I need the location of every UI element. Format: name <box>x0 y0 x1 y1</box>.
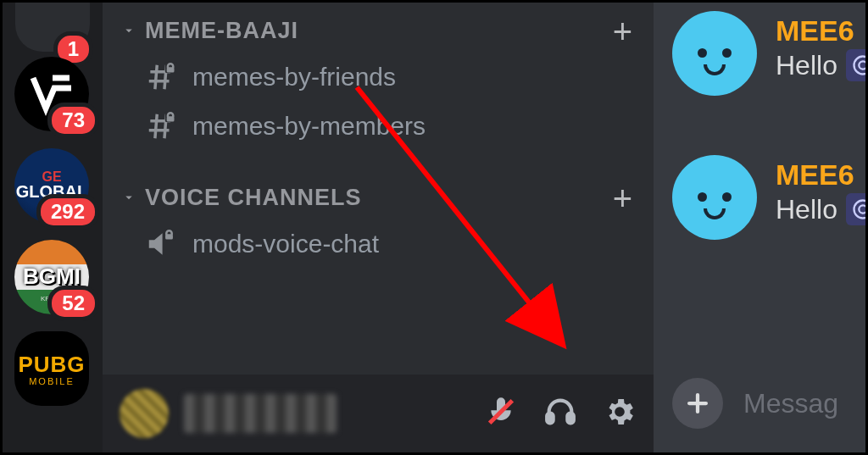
username-redacted <box>184 394 337 433</box>
mention-chip[interactable] <box>846 193 865 225</box>
svg-rect-1 <box>167 67 175 72</box>
server-item-global[interactable]: GE GLOBAL 292 <box>14 148 91 225</box>
channel-sidebar: MEME-BAAJI + memes-by-friends <box>103 3 654 452</box>
add-channel-icon[interactable]: + <box>613 23 633 40</box>
composer-placeholder[interactable]: Messag <box>743 388 838 419</box>
voice-channel-item[interactable]: mods-voice-chat <box>103 219 654 269</box>
chevron-down-icon <box>121 18 136 44</box>
server-item-pubg[interactable]: PUBG MOBILE <box>14 331 91 408</box>
svg-rect-7 <box>547 413 554 424</box>
chat-area: MEE6 Hello MEE6 Hello <box>654 3 865 452</box>
user-avatar[interactable] <box>120 389 169 438</box>
message: MEE6 Hello <box>672 155 865 240</box>
hash-lock-icon <box>145 110 177 142</box>
server-rail: 1 73 GE GLOBAL 292 BGMI KRAFT <box>3 3 103 452</box>
message: MEE6 Hello <box>672 11 865 96</box>
server-item-partial[interactable]: 1 <box>15 3 90 52</box>
channel-name: memes-by-members <box>192 112 426 141</box>
message-composer: Messag <box>672 378 865 429</box>
unread-badge: 292 <box>36 194 99 230</box>
message-text: Hello <box>776 50 837 81</box>
bot-avatar[interactable] <box>672 11 757 96</box>
svg-rect-3 <box>167 116 175 121</box>
chevron-down-icon <box>121 185 136 211</box>
unread-badge: 73 <box>47 103 99 138</box>
user-panel <box>103 375 654 452</box>
message-author[interactable]: MEE6 <box>776 14 865 47</box>
channel-name: memes-by-friends <box>192 63 396 92</box>
server-item-bgmi[interactable]: BGMI KRAFT 52 <box>14 240 91 316</box>
category-header[interactable]: VOICE CHANNELS + <box>103 169 654 219</box>
message-text: Hello <box>776 194 837 225</box>
channel-item[interactable]: memes-by-members <box>103 102 654 151</box>
mention-chip[interactable] <box>846 49 865 81</box>
mute-icon[interactable] <box>484 395 518 432</box>
settings-gear-icon[interactable] <box>603 395 637 432</box>
server-item-vf[interactable]: 73 <box>14 57 91 133</box>
speaker-lock-icon <box>145 228 177 260</box>
svg-point-13 <box>859 205 865 213</box>
channel-name: mods-voice-chat <box>192 230 379 258</box>
svg-rect-8 <box>567 413 574 424</box>
add-channel-icon[interactable]: + <box>613 190 633 207</box>
message-author[interactable]: MEE6 <box>776 158 865 191</box>
category-header[interactable]: MEME-BAAJI + <box>103 3 654 53</box>
deafen-icon[interactable] <box>543 395 577 432</box>
attach-button[interactable] <box>672 378 723 429</box>
hash-lock-icon <box>145 61 177 93</box>
category-name: MEME-BAAJI <box>145 18 298 44</box>
bot-avatar[interactable] <box>672 155 757 240</box>
channel-item[interactable]: memes-by-friends <box>103 53 654 102</box>
svg-rect-5 <box>165 234 173 239</box>
unread-badge: 52 <box>47 286 99 321</box>
svg-point-11 <box>859 61 865 69</box>
category-name: VOICE CHANNELS <box>145 185 362 211</box>
